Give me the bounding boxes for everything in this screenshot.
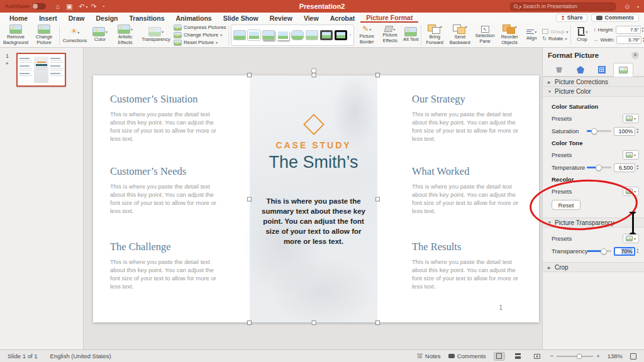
- gallery-more-icon[interactable]: ›: [349, 32, 352, 38]
- tab-size-properties[interactable]: [592, 63, 612, 76]
- tab-design[interactable]: Design: [90, 13, 123, 23]
- transparency-slider[interactable]: [587, 250, 611, 252]
- tab-animations[interactable]: Animations: [170, 13, 218, 23]
- color-button[interactable]: ▾ Color: [90, 27, 110, 43]
- tab-draw[interactable]: Draw: [63, 13, 91, 23]
- selected-picture[interactable]: CASE STUDY The Smith’s This is where you…: [250, 75, 377, 322]
- autosave-toggle[interactable]: [32, 3, 46, 9]
- slide-sorter-view-button[interactable]: [513, 352, 524, 361]
- reset-picture-button[interactable]: Reset Picture▾: [174, 40, 226, 46]
- temperature-slider[interactable]: [587, 167, 611, 168]
- home-icon[interactable]: ⌂: [55, 0, 60, 13]
- tab-fill-line[interactable]: [549, 63, 569, 76]
- resize-handle-nw[interactable]: [247, 73, 252, 77]
- undo-icon[interactable]: ↶: [79, 0, 84, 13]
- transparency-value[interactable]: 70%: [614, 247, 635, 256]
- height-input[interactable]: 7.5": [616, 26, 641, 34]
- picture-border-button[interactable]: ✎▾ Picture Border: [356, 25, 377, 45]
- picture-style-thumb[interactable]: [277, 30, 289, 40]
- slideshow-view-button[interactable]: [531, 352, 543, 361]
- transparency-stepper[interactable]: ▲▼: [636, 248, 639, 254]
- picture-style-thumb[interactable]: [335, 30, 347, 40]
- tab-acrobat[interactable]: Acrobat: [325, 13, 361, 23]
- tab-view[interactable]: View: [298, 13, 325, 23]
- slide[interactable]: Customer’s Situation This is where you p…: [93, 75, 539, 322]
- picture-corrections-header[interactable]: ▶ Picture Corrections: [543, 77, 644, 87]
- resize-handle-w[interactable]: [247, 197, 252, 201]
- resize-handle-n[interactable]: [311, 73, 316, 77]
- comments-toggle-button[interactable]: Comments: [448, 353, 486, 359]
- slide-1-thumbnail[interactable]: [16, 53, 66, 87]
- undo-caret-icon[interactable]: ▾: [86, 4, 88, 9]
- tab-insert[interactable]: Insert: [33, 13, 63, 23]
- saturation-presets-dropdown[interactable]: ▾: [623, 114, 639, 123]
- save-icon[interactable]: ▣: [66, 0, 72, 13]
- section-our-strategy[interactable]: Our Strategy This is where you paste the…: [412, 93, 528, 143]
- notes-button[interactable]: Notes: [417, 353, 441, 359]
- zoom-slider[interactable]: [557, 356, 593, 357]
- resize-handle-ne[interactable]: [375, 73, 380, 77]
- tab-effects[interactable]: [570, 63, 591, 76]
- group-button[interactable]: Group▾: [542, 29, 568, 35]
- change-picture-menu-button[interactable]: Change Picture▾: [174, 32, 226, 38]
- saturation-stepper[interactable]: ▲▼: [636, 128, 639, 134]
- section-what-worked[interactable]: What Worked This is where you paste the …: [412, 165, 528, 215]
- normal-view-button[interactable]: [494, 352, 505, 361]
- resize-handle-se[interactable]: [375, 321, 380, 325]
- send-backward-button[interactable]: ▾ Send Backward: [448, 25, 472, 45]
- section-customers-needs[interactable]: Customer’s Needs This is where you paste…: [110, 165, 226, 215]
- change-picture-button[interactable]: Change Picture: [31, 25, 57, 45]
- picture-style-thumb[interactable]: [306, 30, 318, 40]
- feedback-caret-icon[interactable]: ▾: [637, 4, 639, 9]
- feedback-smiley-icon[interactable]: ☺: [624, 0, 631, 13]
- comments-button[interactable]: Comments: [591, 14, 639, 22]
- picture-style-thumb[interactable]: [248, 30, 260, 40]
- section-customers-situation[interactable]: Customer’s Situation This is where you p…: [110, 93, 226, 143]
- compress-pictures-button[interactable]: Compress Pictures: [174, 25, 226, 31]
- tab-picture[interactable]: [613, 63, 633, 77]
- reorder-objects-button[interactable]: ▾ Reorder Objects: [498, 25, 521, 45]
- section-the-challenge[interactable]: The Challenge This is where you paste th…: [110, 241, 226, 290]
- width-input[interactable]: 3.79": [616, 36, 641, 44]
- saturation-slider[interactable]: [587, 130, 611, 132]
- picture-color-header[interactable]: ▼ Picture Color: [543, 87, 644, 97]
- temperature-stepper[interactable]: ▲▼: [636, 165, 639, 170]
- crop-button[interactable]: ▾ Crop: [573, 28, 592, 43]
- zoom-out-icon[interactable]: −: [550, 353, 554, 359]
- close-panel-icon[interactable]: ✕: [631, 52, 639, 59]
- resize-handle-sw[interactable]: [247, 321, 252, 325]
- more-commands-icon[interactable]: •: [103, 0, 104, 13]
- picture-style-thumb[interactable]: [291, 30, 304, 40]
- share-button[interactable]: ↥Share: [556, 14, 588, 22]
- artistic-effects-button[interactable]: ▾ Artistic Effects: [112, 25, 138, 45]
- transparency-presets-dropdown[interactable]: ▾: [623, 234, 639, 243]
- tab-home[interactable]: Home: [4, 13, 33, 23]
- reset-button[interactable]: Reset: [552, 200, 580, 210]
- language-indicator[interactable]: English (United States): [50, 353, 111, 359]
- zoom-slider-thumb[interactable]: [577, 353, 582, 359]
- selection-pane-button[interactable]: ↖ Selection Pane: [474, 26, 496, 44]
- picture-effects-button[interactable]: ▾ Picture Effects: [379, 26, 401, 43]
- align-button[interactable]: ▾ Align: [523, 28, 540, 41]
- saturation-value[interactable]: 100%: [614, 127, 635, 136]
- resize-handle-s[interactable]: [311, 321, 316, 325]
- search-input[interactable]: [523, 3, 612, 9]
- temperature-value[interactable]: 6,500: [614, 163, 635, 172]
- bring-forward-button[interactable]: ▾ Bring Forward: [423, 25, 446, 45]
- crop-header[interactable]: ▶ Crop: [543, 262, 644, 272]
- summary-text[interactable]: This is where you paste the summary text…: [258, 196, 369, 246]
- height-stepper[interactable]: ▲▼: [641, 27, 644, 33]
- resize-handle-e[interactable]: [375, 197, 380, 201]
- zoom-in-icon[interactable]: +: [596, 353, 600, 359]
- tab-transitions[interactable]: Transitions: [123, 13, 170, 23]
- rotate-button[interactable]: ↻Rotate▾: [542, 36, 568, 41]
- picture-style-thumb[interactable]: [262, 30, 275, 40]
- transparency-button[interactable]: ▾ Transparency: [140, 27, 172, 43]
- tab-review[interactable]: Review: [264, 13, 298, 23]
- picture-style-thumb[interactable]: [233, 30, 246, 40]
- search-caret-icon[interactable]: ▾: [519, 4, 521, 9]
- redo-icon[interactable]: ↷: [91, 0, 97, 13]
- recolor-presets-dropdown[interactable]: ▾: [623, 187, 639, 196]
- picture-style-thumb[interactable]: [320, 30, 333, 40]
- tab-slide-show[interactable]: Slide Show: [218, 13, 264, 23]
